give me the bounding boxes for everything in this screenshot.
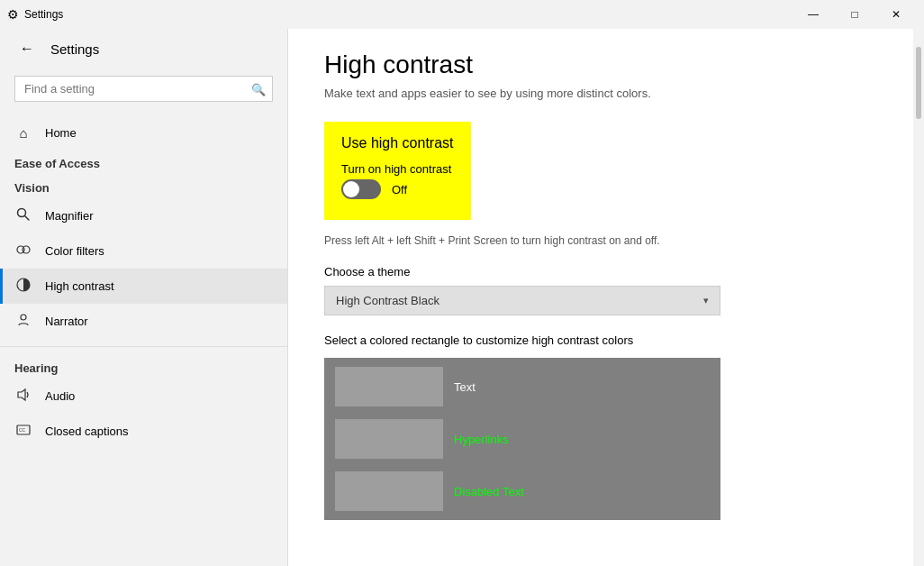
search-icon: 🔍 bbox=[251, 82, 266, 96]
scrollbar-track[interactable] bbox=[913, 29, 924, 566]
toggle-status: Off bbox=[392, 183, 407, 196]
high-contrast-icon bbox=[14, 278, 32, 295]
toggle-control-row: Off bbox=[341, 179, 454, 199]
text-color-swatch[interactable] bbox=[335, 367, 443, 406]
toggle-label: Turn on high contrast bbox=[341, 162, 451, 176]
scrollbar-thumb[interactable] bbox=[916, 47, 921, 119]
color-row-text: Text bbox=[328, 361, 717, 412]
svg-point-3 bbox=[23, 246, 30, 253]
disabled-color-swatch[interactable] bbox=[335, 471, 443, 511]
toggle-row: Turn on high contrast bbox=[341, 162, 454, 176]
window-icon: ⚙ bbox=[7, 7, 19, 22]
theme-dropdown[interactable]: High Contrast Black ▾ bbox=[324, 286, 720, 315]
back-button[interactable]: ← bbox=[14, 36, 40, 61]
sidebar-item-color-filters-label: Color filters bbox=[45, 244, 104, 258]
page-subtitle: Make text and apps easier to see by usin… bbox=[324, 87, 877, 100]
audio-icon bbox=[14, 388, 32, 405]
minimize-button[interactable]: — bbox=[793, 0, 834, 29]
search-box: 🔍 bbox=[14, 76, 273, 102]
sidebar-item-audio[interactable]: Audio bbox=[0, 379, 287, 414]
high-contrast-toggle[interactable] bbox=[341, 179, 381, 199]
hyperlinks-color-label: Hyperlinks bbox=[454, 433, 509, 446]
sidebar-item-magnifier[interactable]: Magnifier bbox=[0, 198, 287, 233]
sidebar-item-narrator-label: Narrator bbox=[45, 315, 88, 328]
sidebar-item-high-contrast[interactable]: High contrast bbox=[0, 269, 287, 304]
page-title: High contrast bbox=[324, 50, 877, 79]
text-color-label: Text bbox=[454, 380, 476, 394]
narrator-icon bbox=[14, 313, 32, 330]
toggle-knob bbox=[343, 181, 359, 197]
main-content: High contrast Make text and apps easier … bbox=[288, 29, 913, 566]
ease-of-access-label: Ease of Access bbox=[0, 150, 287, 174]
sidebar-item-audio-label: Audio bbox=[45, 389, 75, 403]
svg-line-1 bbox=[25, 216, 30, 221]
chevron-down-icon: ▾ bbox=[703, 295, 709, 306]
shortcut-text: Press left Alt + left Shift + Print Scre… bbox=[324, 234, 877, 247]
sidebar-item-home-label: Home bbox=[45, 126, 77, 140]
sidebar-item-color-filters[interactable]: Color filters bbox=[0, 233, 287, 269]
sidebar-item-high-contrast-label: High contrast bbox=[45, 279, 114, 293]
titlebar-title: Settings bbox=[24, 8, 63, 21]
sidebar-item-narrator[interactable]: Narrator bbox=[0, 304, 287, 339]
svg-text:CC: CC bbox=[19, 427, 26, 433]
close-button[interactable]: ✕ bbox=[875, 0, 917, 29]
home-icon: ⌂ bbox=[14, 125, 32, 141]
app-body: ← Settings 🔍 ⌂ Home Ease of Access Visio… bbox=[0, 29, 924, 566]
sidebar-nav-top: ← Settings bbox=[0, 29, 287, 68]
sidebar-item-home[interactable]: ⌂ Home bbox=[0, 116, 287, 150]
vision-section-label: Vision bbox=[0, 174, 287, 198]
use-high-contrast-box: Use high contrast Turn on high contrast … bbox=[324, 122, 471, 220]
svg-point-5 bbox=[21, 315, 26, 320]
hyperlinks-color-swatch[interactable] bbox=[335, 419, 443, 459]
svg-marker-6 bbox=[18, 389, 25, 400]
maximize-button[interactable]: □ bbox=[834, 0, 875, 29]
magnifier-icon bbox=[14, 207, 32, 224]
color-row-disabled: Disabled Text bbox=[328, 466, 717, 516]
sidebar-item-magnifier-label: Magnifier bbox=[45, 209, 93, 223]
color-grid: Text Hyperlinks Disabled Text bbox=[324, 358, 720, 520]
sidebar: ← Settings 🔍 ⌂ Home Ease of Access Visio… bbox=[0, 29, 288, 566]
sidebar-item-closed-captions[interactable]: CC Closed captions bbox=[0, 414, 287, 449]
titlebar-controls: — □ ✕ bbox=[793, 0, 917, 29]
disabled-color-label: Disabled Text bbox=[454, 485, 524, 498]
search-input[interactable] bbox=[14, 76, 273, 102]
sidebar-item-closed-captions-label: Closed captions bbox=[45, 424, 129, 438]
sidebar-divider bbox=[0, 346, 287, 347]
color-filters-icon bbox=[14, 242, 32, 260]
closed-captions-icon: CC bbox=[14, 423, 32, 440]
choose-theme-label: Choose a theme bbox=[324, 265, 877, 278]
color-row-hyperlinks: Hyperlinks bbox=[328, 414, 717, 464]
use-high-contrast-heading: Use high contrast bbox=[341, 135, 454, 151]
sidebar-header: Settings bbox=[50, 41, 99, 57]
theme-value: High Contrast Black bbox=[336, 294, 439, 307]
hearing-section-label: Hearing bbox=[0, 354, 287, 379]
color-section-label: Select a colored rectangle to customize … bbox=[324, 333, 877, 347]
titlebar: ⚙ Settings — □ ✕ bbox=[0, 0, 924, 29]
